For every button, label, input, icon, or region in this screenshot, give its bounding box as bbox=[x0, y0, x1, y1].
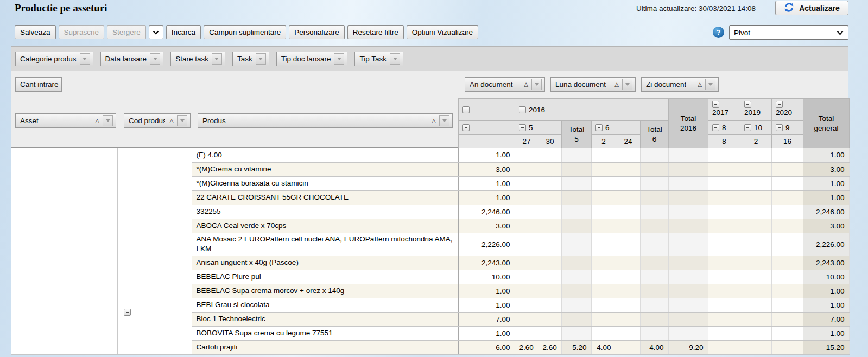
value-cell: 1.00 bbox=[458, 298, 515, 312]
value-cell bbox=[538, 233, 561, 256]
measure-pill-cant-intrare[interactable]: Cant intrare bbox=[15, 77, 62, 92]
field-dropdown-button[interactable] bbox=[622, 79, 632, 90]
filter-dropdown-button[interactable] bbox=[334, 53, 344, 65]
value-cell bbox=[591, 162, 616, 176]
header-cell-day-8: 8 bbox=[708, 135, 740, 149]
collapse-icon[interactable] bbox=[595, 124, 603, 131]
refresh-button[interactable]: Actualizare bbox=[775, 1, 848, 15]
header-cell-day-30: 30 bbox=[538, 135, 562, 149]
value-cell bbox=[640, 270, 668, 284]
collapse-icon[interactable] bbox=[744, 101, 751, 108]
column-field-pill-luna-document[interactable]: Luna document △ bbox=[550, 77, 636, 92]
view-options-button[interactable]: Optiuni Vizualizare bbox=[407, 25, 478, 39]
field-dropdown-button[interactable] bbox=[531, 79, 542, 90]
personalize-button[interactable]: Personalizare bbox=[289, 25, 345, 39]
value-cell bbox=[640, 298, 668, 312]
collapse-icon[interactable] bbox=[744, 124, 751, 131]
value-cell bbox=[616, 298, 640, 312]
collapse-icon[interactable] bbox=[712, 101, 719, 108]
collapse-icon[interactable] bbox=[519, 124, 526, 131]
value-cell bbox=[561, 256, 591, 270]
collapse-icon[interactable] bbox=[519, 106, 526, 113]
value-cell bbox=[616, 176, 640, 190]
value-cell bbox=[708, 190, 740, 205]
row-field-pill-asset[interactable]: Asset △ bbox=[15, 113, 116, 128]
filter-pill-tip-doc-lansare[interactable]: Tip doc lansare bbox=[276, 52, 348, 66]
value-cell bbox=[771, 298, 803, 312]
extra-fields-button[interactable]: Campuri suplimentare bbox=[204, 25, 286, 39]
produs-cell: BEBELAC Supa crema morcov + orez x 140g bbox=[192, 284, 458, 298]
collapse-icon[interactable] bbox=[462, 106, 470, 113]
value-cell bbox=[616, 340, 640, 354]
value-cell bbox=[616, 205, 640, 219]
value-cell bbox=[591, 256, 616, 270]
value-cell: 1.00 bbox=[458, 190, 515, 205]
row-field-pill-cod-produs[interactable]: Cod produs △ bbox=[124, 113, 191, 128]
value-cell: 1.00 bbox=[803, 326, 849, 340]
column-field-pill-an-document[interactable]: An document △ bbox=[465, 77, 545, 92]
load-button[interactable]: Incarca bbox=[166, 25, 201, 39]
sort-asc-icon: △ bbox=[524, 82, 528, 87]
value-cell bbox=[538, 312, 561, 326]
value-cell bbox=[740, 190, 771, 205]
filter-pill-task[interactable]: Task bbox=[232, 52, 269, 66]
value-cell: 15.20 bbox=[803, 340, 849, 354]
save-button[interactable]: Salvează bbox=[15, 25, 56, 39]
value-cell bbox=[561, 148, 591, 162]
filter-pill-stare-task[interactable]: Stare task bbox=[170, 52, 225, 66]
value-cell bbox=[668, 312, 708, 326]
pivot-view-select[interactable]: Pivot bbox=[729, 25, 848, 40]
field-dropdown-button[interactable] bbox=[705, 79, 715, 90]
value-cell bbox=[740, 219, 771, 233]
collapse-icon[interactable] bbox=[776, 101, 783, 108]
value-cell bbox=[668, 176, 708, 190]
collapse-icon[interactable] bbox=[712, 124, 719, 131]
produs-cell: *(M)Crema cu vitamine bbox=[192, 162, 458, 176]
value-cell bbox=[561, 298, 591, 312]
row-field-pill-produs[interactable]: Produs △ bbox=[198, 113, 453, 128]
value-cell: 5.20 bbox=[561, 340, 591, 354]
collapse-icon[interactable] bbox=[776, 124, 783, 131]
asset-group-cell bbox=[11, 148, 117, 354]
value-cell bbox=[708, 162, 740, 176]
filter-pill-categorie-produs[interactable]: Categorie produs bbox=[15, 52, 93, 66]
value-cell bbox=[538, 256, 561, 270]
reset-filters-button[interactable]: Resetare filtre bbox=[347, 25, 404, 39]
filter-dropdown-button[interactable] bbox=[212, 53, 222, 65]
collapse-icon[interactable] bbox=[124, 309, 131, 316]
field-dropdown-button[interactable] bbox=[439, 115, 449, 126]
filter-pill-data-lansare[interactable]: Data lansare bbox=[100, 52, 164, 66]
save-options-dropdown[interactable] bbox=[149, 25, 163, 39]
filter-dropdown-button[interactable] bbox=[150, 53, 160, 65]
sort-asc-icon: △ bbox=[614, 82, 619, 87]
filter-dropdown-button[interactable] bbox=[80, 53, 90, 65]
column-field-pill-zi-document[interactable]: Zi document △ bbox=[641, 77, 719, 92]
value-cell: 4.00 bbox=[640, 340, 668, 354]
value-cell bbox=[668, 148, 708, 162]
header-cell-month-8: 8 bbox=[708, 121, 740, 135]
filter-dropdown-button[interactable] bbox=[390, 53, 400, 65]
produs-cell: Anisan unguent x 40g (Pascoe) bbox=[192, 256, 458, 270]
value-cell: 2,226.00 bbox=[458, 233, 515, 256]
value-cell bbox=[771, 219, 803, 233]
value-cell bbox=[591, 298, 616, 312]
value-cell bbox=[640, 312, 668, 326]
value-cell bbox=[616, 148, 640, 162]
help-icon[interactable]: ? bbox=[713, 27, 724, 38]
value-cell bbox=[771, 270, 803, 284]
value-cell bbox=[561, 162, 591, 176]
filter-pill-tip-task[interactable]: Tip Task bbox=[354, 52, 403, 66]
field-dropdown-button[interactable] bbox=[103, 115, 113, 126]
pivot-config-band: Cant intrare An document △ Luna document… bbox=[11, 71, 848, 148]
filter-dropdown-button[interactable] bbox=[256, 53, 266, 65]
value-cell bbox=[708, 205, 740, 219]
triangle-down-icon bbox=[83, 58, 87, 60]
value-cell bbox=[561, 205, 591, 219]
value-cell: 1.00 bbox=[803, 190, 849, 205]
collapse-icon[interactable] bbox=[462, 124, 470, 131]
value-cell bbox=[640, 256, 668, 270]
field-dropdown-button[interactable] bbox=[177, 115, 187, 126]
value-cell bbox=[668, 162, 708, 176]
value-cell bbox=[561, 233, 591, 256]
header-cell-day-27: 27 bbox=[515, 135, 538, 149]
